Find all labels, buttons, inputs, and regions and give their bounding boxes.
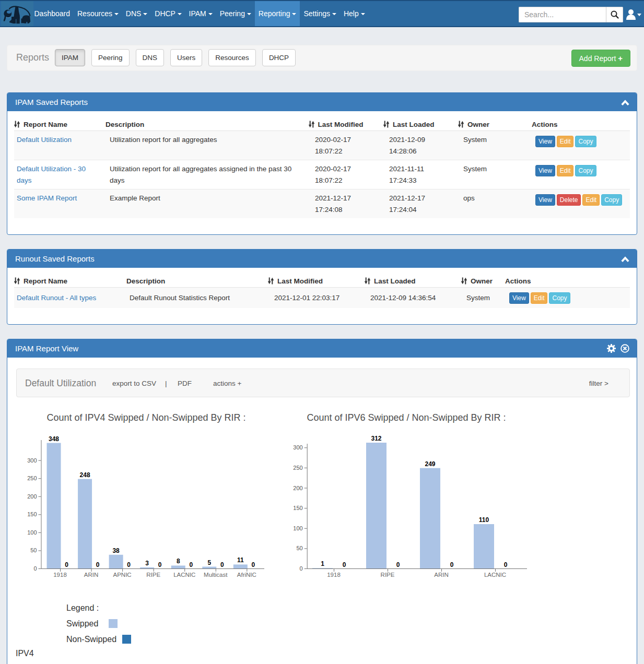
svg-text:0: 0 xyxy=(96,561,100,568)
svg-text:38: 38 xyxy=(112,547,120,554)
svg-text:1: 1 xyxy=(321,560,324,567)
svg-text:250: 250 xyxy=(293,465,302,471)
svg-text:LACNIC: LACNIC xyxy=(484,572,506,578)
svg-text:1918: 1918 xyxy=(53,572,67,578)
svg-text:0: 0 xyxy=(158,561,162,568)
svg-text:0: 0 xyxy=(220,561,224,568)
svg-text:0: 0 xyxy=(504,561,508,568)
svg-text:RIPE: RIPE xyxy=(146,572,160,578)
svg-text:0: 0 xyxy=(450,561,454,568)
svg-text:3: 3 xyxy=(145,560,149,567)
svg-text:50: 50 xyxy=(296,545,302,551)
svg-text:11: 11 xyxy=(237,556,244,564)
svg-text:ARIN: ARIN xyxy=(84,572,98,578)
svg-text:300: 300 xyxy=(293,444,302,450)
svg-text:100: 100 xyxy=(27,529,37,536)
svg-text:APNIC: APNIC xyxy=(113,572,132,578)
svg-text:50: 50 xyxy=(30,547,37,553)
svg-text:110: 110 xyxy=(479,516,489,524)
svg-text:100: 100 xyxy=(293,525,302,531)
svg-text:248: 248 xyxy=(80,471,90,479)
svg-text:200: 200 xyxy=(293,485,302,491)
svg-text:ARIN: ARIN xyxy=(434,572,448,578)
svg-text:0: 0 xyxy=(396,561,400,568)
svg-text:0: 0 xyxy=(300,565,303,572)
svg-text:Count of IPV6 Swipped / Non-Sw: Count of IPV6 Swipped / Non-Swipped By R… xyxy=(307,412,506,423)
svg-text:348: 348 xyxy=(49,435,59,443)
svg-text:0: 0 xyxy=(251,561,255,568)
svg-text:0: 0 xyxy=(65,561,68,568)
svg-text:250: 250 xyxy=(27,475,37,481)
svg-text:249: 249 xyxy=(425,460,435,468)
svg-text:0: 0 xyxy=(127,561,131,568)
svg-text:0: 0 xyxy=(189,561,193,568)
svg-text:200: 200 xyxy=(27,493,37,500)
svg-text:8: 8 xyxy=(177,558,180,565)
svg-text:150: 150 xyxy=(27,511,37,517)
svg-text:1918: 1918 xyxy=(327,572,341,578)
svg-text:0: 0 xyxy=(33,565,37,572)
svg-text:Count of IPV4 Swipped / Non-Sw: Count of IPV4 Swipped / Non-Swipped By R… xyxy=(46,412,245,423)
svg-text:150: 150 xyxy=(293,505,302,511)
svg-text:5: 5 xyxy=(207,559,211,566)
svg-text:312: 312 xyxy=(371,435,381,442)
svg-text:Multicast: Multicast xyxy=(204,572,228,578)
svg-text:AfriNIC: AfriNIC xyxy=(237,572,256,578)
svg-text:300: 300 xyxy=(27,457,37,464)
svg-text:LACNIC: LACNIC xyxy=(173,572,195,578)
svg-text:0: 0 xyxy=(343,561,346,568)
svg-text:RIPE: RIPE xyxy=(381,572,395,578)
